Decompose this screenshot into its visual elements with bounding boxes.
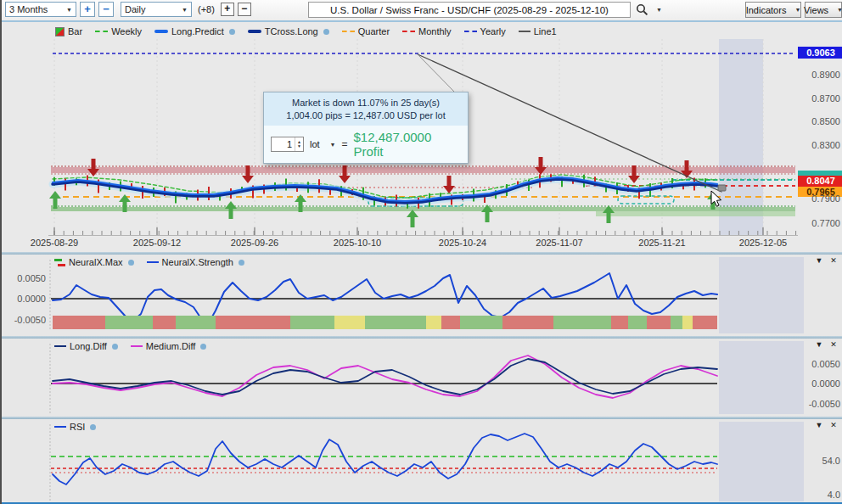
collapse-panel-icon[interactable]: ▼ [814, 256, 824, 265]
rsi-chart-canvas[interactable] [2, 419, 842, 504]
legend-label: Quarter [358, 26, 390, 36]
period-select-value: Daily [125, 4, 145, 14]
dashed-line-icon [342, 31, 355, 32]
indicators-button[interactable]: Indicators ▼ [745, 2, 801, 18]
symbol-search-box[interactable]: U.S. Dollar / Swiss Franc - USD/CHF (202… [308, 2, 631, 18]
neuralx-max-swatch-icon [54, 259, 65, 266]
y-axis-label: 0.8900 [801, 70, 840, 80]
y-axis-label: 0.8500 [801, 116, 840, 126]
profit-value: $12,487.0000 Profit [354, 130, 461, 159]
legend-item-monthly[interactable]: Monthly [402, 26, 452, 36]
collapse-panel-icon[interactable]: ▼ [814, 340, 824, 349]
indicators-button-label: Indicators [746, 5, 787, 15]
dashed-line-icon [464, 31, 477, 32]
lot-quantity-stepper[interactable]: 1 ▲ ▼ [271, 137, 304, 152]
price-badge-upper: 0.9063 [798, 47, 842, 59]
y-axis-label: 0.0000 [7, 294, 46, 304]
y-axis-label: 54.0 [801, 456, 840, 466]
info-dot-icon[interactable] [323, 29, 329, 35]
x-axis-date: 2025-11-21 [628, 238, 696, 248]
views-button[interactable]: Views ▼ [805, 2, 842, 18]
x-axis-date: 2025-10-24 [429, 238, 497, 248]
legend-item-neuralx-strength[interactable]: NeuralX.Strength [147, 257, 244, 267]
toolbar: 3 Months ▼ + − Daily ▼ (+8) + − U.S. Dol… [2, 0, 842, 22]
legend-label: Line1 [534, 26, 557, 36]
y-axis-label: 0.8700 [801, 93, 840, 104]
legend-label: Monthly [418, 26, 452, 36]
search-control[interactable]: ▼ [636, 3, 662, 16]
x-axis-date: 2025-09-26 [221, 238, 289, 248]
trading-app-window: 3 Months ▼ + − Daily ▼ (+8) + − U.S. Dol… [0, 0, 842, 504]
tooltip-market-line: Market is down 11.07% in 25 day(s) [269, 97, 463, 109]
legend-item-medium-diff[interactable]: Medium.Diff [131, 341, 206, 351]
lot-dropdown-icon[interactable]: ▼ [330, 142, 336, 148]
lot-unit-label: lot [310, 139, 320, 149]
legend-label: Bar [68, 26, 82, 36]
y-axis-label: 0.8300 [801, 140, 840, 150]
x-axis-date: 2025-11-07 [525, 238, 593, 248]
info-dot-icon[interactable] [239, 260, 244, 266]
info-dot-icon[interactable] [128, 260, 134, 266]
stepper-arrows[interactable]: ▲ ▼ [295, 137, 303, 151]
info-dot-icon[interactable] [200, 344, 206, 350]
legend-label: Weekly [111, 26, 142, 36]
chevron-down-icon: ▼ [794, 7, 800, 13]
y-axis-label: 0.0050 [7, 273, 46, 283]
views-button-label: Views [804, 5, 828, 15]
legend-item-long-predict[interactable]: Long.Predict [154, 26, 235, 36]
y-axis-label: 0.7700 [801, 218, 840, 228]
profit-tooltip: Market is down 11.07% in 25 day(s) 1,004… [263, 92, 469, 164]
solid-line-icon [54, 345, 66, 347]
y-axis-label: 0.7900 [801, 193, 840, 204]
remove-bar-button[interactable]: − [238, 3, 251, 16]
legend-item-yearly[interactable]: Yearly [464, 26, 506, 36]
diff-legend: Long.Diff Medium.Diff [54, 341, 206, 351]
legend-item-line1[interactable]: Line1 [519, 26, 557, 36]
main-chart-legend: Bar Weekly Long.Predict TCross.Long Quar… [55, 26, 557, 36]
thick-line-icon [154, 30, 168, 33]
neuralx-legend: NeuralX.Max NeuralX.Strength [54, 257, 244, 267]
info-dot-icon[interactable] [112, 344, 118, 350]
chevron-down-icon: ▼ [656, 7, 662, 13]
solid-line-icon [147, 261, 159, 263]
collapse-panel-icon[interactable]: ▼ [814, 421, 824, 429]
bar-swatch-icon [55, 27, 65, 36]
search-icon [636, 3, 648, 16]
zoom-out-button[interactable]: − [98, 2, 114, 17]
period-select[interactable]: Daily ▼ [121, 2, 192, 17]
info-dot-icon[interactable] [90, 424, 96, 430]
legend-item-long-diff[interactable]: Long.Diff [54, 341, 118, 351]
thick-line-icon [248, 30, 261, 33]
y-axis-label: 0.0000 [801, 378, 840, 389]
legend-label: Medium.Diff [146, 341, 195, 351]
legend-label: NeuralX.Max [69, 257, 123, 267]
close-panel-icon[interactable]: ✕ [828, 256, 839, 265]
stepper-down-icon[interactable]: ▼ [297, 144, 301, 148]
legend-item-tcross-long[interactable]: TCross.Long [248, 26, 329, 36]
range-select-value: 3 Months [9, 4, 48, 14]
legend-label: Long.Diff [70, 341, 107, 351]
legend-label: NeuralX.Strength [162, 257, 233, 267]
close-panel-icon[interactable]: ✕ [828, 421, 839, 429]
x-axis-date: 2025-08-29 [20, 238, 88, 248]
y-axis-label: -0.0050 [7, 315, 46, 325]
legend-item-quarter[interactable]: Quarter [342, 26, 390, 36]
y-axis-label: 4.0 [801, 490, 840, 500]
range-select[interactable]: 3 Months ▼ [5, 2, 76, 17]
legend-item-rsi[interactable]: RSI [54, 422, 96, 432]
zoom-in-button[interactable]: + [80, 2, 95, 17]
close-panel-icon[interactable]: ✕ [828, 340, 839, 349]
legend-item-weekly[interactable]: Weekly [95, 26, 142, 36]
legend-label: Long.Predict [171, 26, 224, 36]
y-axis-label: -0.0050 [801, 399, 840, 409]
dashed-line-icon [402, 31, 415, 32]
legend-item-neuralx-max[interactable]: NeuralX.Max [54, 257, 134, 267]
legend-label: Yearly [480, 26, 506, 36]
x-axis-date: 2025-09-12 [123, 238, 191, 248]
legend-item-bar[interactable]: Bar [55, 26, 82, 36]
add-bar-button[interactable]: + [221, 3, 234, 16]
info-dot-icon[interactable] [229, 29, 235, 35]
lot-quantity-value[interactable]: 1 [272, 137, 295, 151]
x-axis-date: 2025-10-10 [323, 238, 391, 248]
y-axis-label: 0.0050 [801, 359, 840, 369]
